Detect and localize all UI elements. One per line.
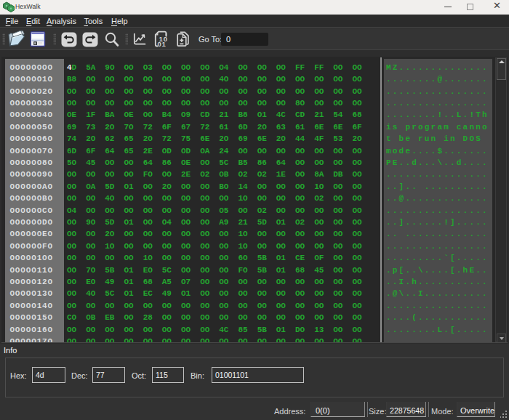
- svg-text:01: 01: [157, 40, 166, 47]
